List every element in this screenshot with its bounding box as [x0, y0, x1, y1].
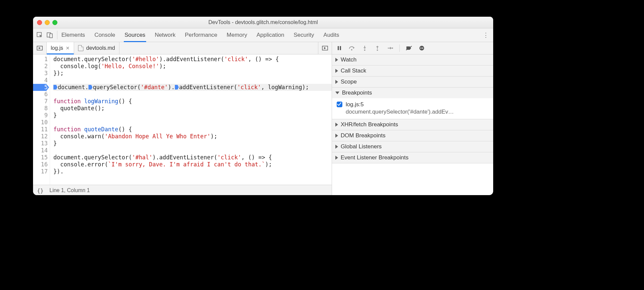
code-line: function quoteDante() {	[53, 126, 332, 133]
panel-tab-application[interactable]: Application	[257, 28, 284, 42]
svg-point-12	[419, 46, 424, 50]
section-header[interactable]: XHR/fetch Breakpoints	[332, 119, 493, 130]
debugger-pane: WatchCall StackScopeBreakpointslog.js:5d…	[332, 42, 493, 195]
chevron-right-icon	[335, 134, 338, 138]
chevron-right-icon	[335, 80, 338, 84]
section-title: Call Stack	[341, 67, 366, 74]
svg-point-8	[364, 49, 365, 51]
file-tab-label: log.js	[51, 45, 63, 51]
line-number[interactable]: 14	[33, 147, 48, 154]
editor-statusbar: {} Line 1, Column 1	[33, 185, 332, 195]
breakpoint-item[interactable]: log.js:5document.querySelector('#dante')…	[337, 101, 490, 116]
traffic-lights	[37, 20, 57, 25]
section-header[interactable]: Watch	[332, 54, 493, 65]
pause-icon[interactable]	[336, 45, 343, 51]
panel-tab-sources[interactable]: Sources	[124, 28, 145, 42]
line-number[interactable]: 17	[33, 168, 48, 175]
pause-exceptions-icon[interactable]	[418, 45, 425, 51]
file-tab-log-js[interactable]: log.js✕	[47, 42, 74, 54]
code-line: }	[53, 140, 332, 147]
code-line	[53, 91, 332, 98]
line-number[interactable]: 3	[33, 70, 48, 77]
section-scope: Scope	[332, 77, 493, 88]
debugger-sections: WatchCall StackScopeBreakpointslog.js:5d…	[332, 54, 493, 163]
line-number[interactable]: 9	[33, 112, 48, 119]
code-line: }).	[53, 168, 332, 175]
chevron-right-icon	[335, 123, 338, 127]
device-toggle-icon[interactable]	[46, 32, 53, 38]
inspect-element-icon[interactable]	[36, 32, 43, 38]
line-number[interactable]: 6	[33, 91, 48, 98]
line-number[interactable]: 12	[33, 133, 48, 140]
section-header[interactable]: DOM Breakpoints	[332, 130, 493, 141]
panel-tab-elements[interactable]: Elements	[61, 28, 85, 42]
section-title: DOM Breakpoints	[341, 132, 385, 139]
section-header[interactable]: Global Listeners	[332, 141, 493, 152]
section-title: Breakpoints	[342, 90, 372, 96]
svg-point-7	[351, 49, 352, 50]
section-header[interactable]: Call Stack	[332, 65, 493, 76]
line-gutter[interactable]: 1234567891011121314151617	[33, 54, 50, 185]
more-menu-button[interactable]: ⋮	[482, 31, 490, 39]
code-line	[53, 77, 332, 84]
panel-tab-security[interactable]: Security	[294, 28, 314, 42]
svg-rect-14	[422, 48, 423, 49]
line-number[interactable]: 11	[33, 126, 48, 133]
call-mark-icon	[88, 85, 92, 90]
panel-tabs: ElementsConsoleSourcesNetworkPerformance…	[61, 28, 339, 42]
panel-tab-console[interactable]: Console	[94, 28, 115, 42]
line-number[interactable]: 8	[33, 105, 48, 112]
panel-tab-network[interactable]: Network	[155, 28, 176, 42]
code-line: document.querySelector('#hal').addEventL…	[53, 154, 332, 161]
panel-tab-audits[interactable]: Audits	[323, 28, 339, 42]
code-line: console.log('Hello, Console!');	[53, 63, 332, 70]
section-title: XHR/fetch Breakpoints	[341, 121, 398, 128]
section-global-listeners: Global Listeners	[332, 141, 493, 152]
chevron-right-icon	[335, 145, 338, 149]
code-editor[interactable]: 1234567891011121314151617 document.query…	[33, 54, 332, 185]
titlebar: DevTools - devtools.glitch.me/console/lo…	[33, 17, 493, 28]
panel-tabbar: ElementsConsoleSourcesNetworkPerformance…	[33, 28, 493, 42]
line-number[interactable]: 7	[33, 98, 48, 105]
deactivate-breakpoints-icon[interactable]	[406, 45, 412, 51]
section-header[interactable]: Breakpoints	[332, 88, 493, 98]
code-content[interactable]: document.querySelector('#hello').addEven…	[50, 54, 332, 185]
svg-point-10	[392, 47, 393, 49]
step-icon[interactable]	[387, 45, 393, 51]
section-header[interactable]: Scope	[332, 77, 493, 87]
line-number[interactable]: 4	[33, 77, 48, 84]
step-into-icon[interactable]	[361, 45, 368, 51]
call-mark-icon	[53, 85, 57, 90]
panel-tab-performance[interactable]: Performance	[185, 28, 217, 42]
section-body: log.js:5document.querySelector('#dante')…	[332, 98, 493, 119]
line-number[interactable]: 2	[33, 63, 48, 70]
zoom-window-button[interactable]	[52, 20, 57, 25]
more-tabs-button[interactable]	[318, 42, 332, 54]
panel-body: log.js✕devtools.md 123456789101112131415…	[33, 42, 493, 195]
pretty-print-button[interactable]: {}	[37, 187, 43, 194]
chevron-right-icon	[335, 156, 338, 160]
line-number[interactable]: 16	[33, 161, 48, 168]
step-over-icon[interactable]	[349, 45, 355, 51]
section-call-stack: Call Stack	[332, 65, 493, 77]
file-tab-devtools-md[interactable]: devtools.md	[74, 42, 119, 54]
devtools-window: DevTools - devtools.glitch.me/console/lo…	[33, 17, 493, 195]
code-line: });	[53, 70, 332, 77]
navigator-toggle-button[interactable]	[33, 42, 47, 54]
close-icon[interactable]: ✕	[66, 45, 70, 51]
line-number[interactable]: 5	[33, 84, 49, 91]
section-title: Scope	[341, 79, 357, 85]
minimize-window-button[interactable]	[45, 20, 50, 25]
line-number[interactable]: 13	[33, 140, 48, 147]
section-header[interactable]: Event Listener Breakpoints	[332, 152, 493, 163]
panel-tab-memory[interactable]: Memory	[227, 28, 247, 42]
svg-rect-5	[338, 46, 339, 50]
line-number[interactable]: 10	[33, 119, 48, 126]
checkbox[interactable]	[337, 102, 342, 107]
svg-rect-13	[420, 48, 421, 49]
step-out-icon[interactable]	[374, 45, 381, 51]
line-number[interactable]: 1	[33, 56, 48, 63]
close-window-button[interactable]	[37, 20, 42, 25]
breakpoint-snippet: document.querySelector('#dante').addEv…	[346, 108, 454, 116]
line-number[interactable]: 15	[33, 154, 48, 161]
